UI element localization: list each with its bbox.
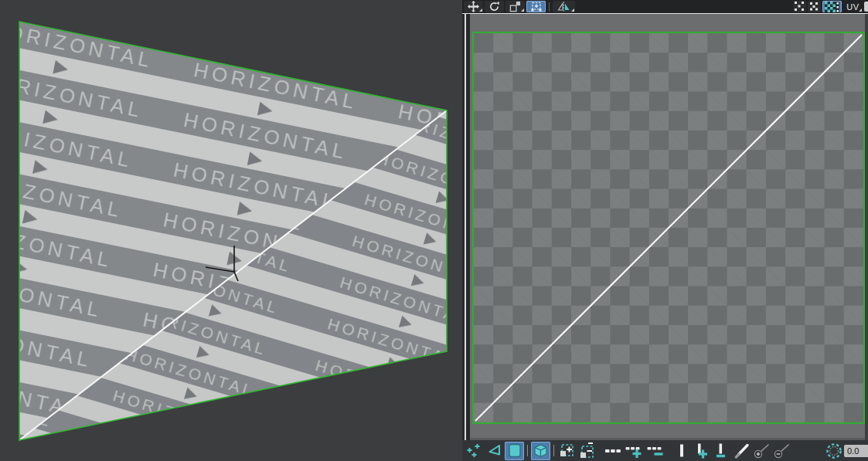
ring-button[interactable] (672, 442, 691, 460)
scale-icon (509, 1, 521, 12)
polygon-mode-button[interactable] (505, 442, 524, 460)
soft-selection-button[interactable] (824, 442, 843, 460)
polygon-mode-icon (508, 443, 522, 458)
mirror-button[interactable] (553, 1, 575, 12)
toolbar-separator (553, 445, 554, 456)
viewport-3d[interactable]: HORIZONTAL HORIZONTAL (0, 0, 462, 461)
paint-grow-icon (754, 443, 771, 459)
freeform-mode-icon (530, 1, 543, 12)
snap-pixel-corners-icon (795, 2, 805, 12)
map-channel-label: UV (843, 2, 862, 12)
uv-canvas-area[interactable] (462, 13, 868, 440)
paint-select-button[interactable] (732, 442, 751, 460)
uv-diagonal-edge (475, 35, 862, 421)
soft-selection-value-field[interactable]: 0.0 (844, 445, 868, 457)
paint-select-icon (734, 443, 750, 459)
soft-selection-icon (825, 442, 842, 459)
grow-selection-button[interactable] (557, 442, 577, 460)
loop-shrink-icon (647, 443, 665, 459)
canvas-right-edge (865, 14, 868, 440)
checker-pattern-button[interactable] (822, 1, 842, 12)
paint-grow-button[interactable] (752, 442, 771, 460)
ring-grow-button[interactable] (692, 442, 711, 460)
edge-mode-icon (488, 444, 502, 457)
uv-top-toolbar: UV (462, 0, 868, 13)
move-icon (468, 1, 479, 12)
ring-icon (675, 443, 689, 458)
vertex-mode-icon (467, 443, 482, 458)
checker-pattern-icon (825, 2, 839, 12)
vertex-mode-button[interactable] (465, 442, 484, 460)
edge-mode-button[interactable] (485, 442, 504, 460)
rotate-button[interactable] (485, 1, 504, 12)
freeform-mode-button[interactable] (526, 1, 546, 12)
ring-shrink-button[interactable] (712, 442, 731, 460)
canvas-bottom-edge (470, 438, 865, 440)
ring-shrink-icon (714, 443, 730, 459)
uv-edges-overlay (474, 33, 863, 422)
paint-shrink-button[interactable] (772, 442, 791, 460)
loop-icon (604, 444, 621, 458)
rotate-icon (488, 1, 500, 12)
shrink-selection-button[interactable] (577, 442, 597, 460)
grow-selection-icon (560, 443, 574, 458)
loop-button[interactable] (602, 442, 623, 460)
uv-editor-panel: UV (462, 0, 868, 461)
mirror-icon (557, 1, 570, 12)
scale-button[interactable] (505, 1, 525, 12)
snap-pixel-corners-button[interactable] (793, 1, 806, 12)
toolbar-separator (527, 445, 528, 456)
application-window: HORIZONTAL HORIZONTAL (0, 0, 868, 461)
map-channel-dropdown[interactable]: UV (843, 1, 863, 12)
uv-tile-0-1[interactable] (472, 32, 865, 424)
uv-bottom-toolbar: 0.0 (462, 440, 868, 461)
snap-pixel-centers-button[interactable] (808, 1, 821, 12)
canvas-left-edge (462, 14, 470, 440)
clipped-toolbar-button[interactable] (864, 2, 868, 12)
paint-shrink-icon (774, 443, 791, 459)
move-button[interactable] (464, 1, 483, 12)
loop-grow-button[interactable] (624, 442, 645, 460)
snap-pixel-centers-icon (809, 2, 819, 12)
ring-grow-icon (694, 443, 710, 459)
element-mode-button[interactable] (531, 442, 550, 460)
loop-grow-icon (625, 443, 644, 459)
toolbar-separator (549, 2, 550, 12)
shrink-selection-icon (580, 442, 594, 459)
loop-shrink-button[interactable] (645, 442, 666, 460)
element-mode-icon (533, 444, 548, 458)
